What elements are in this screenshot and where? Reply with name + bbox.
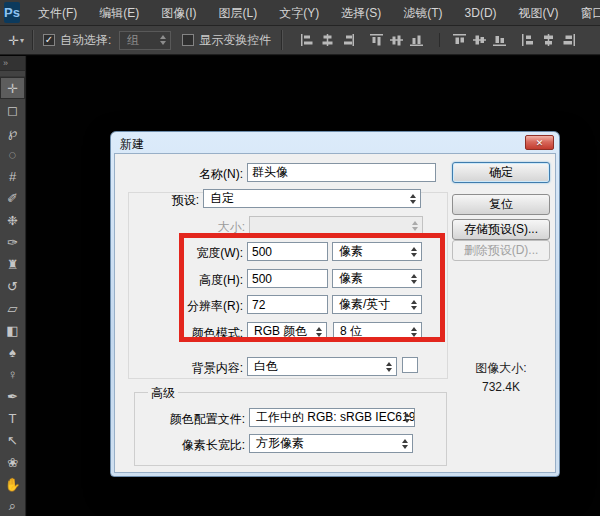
color-mode-dropdown[interactable]: RGB 颜色 bbox=[247, 322, 327, 341]
show-transform-checkbox[interactable] bbox=[182, 34, 194, 46]
gradient-tool[interactable]: ◧ bbox=[0, 319, 25, 341]
move-tool-icon[interactable]: ✛ bbox=[8, 33, 19, 48]
background-contents-dropdown[interactable]: 白色 bbox=[247, 357, 397, 376]
eraser-tool[interactable]: ▱ bbox=[0, 297, 25, 319]
distribute-left-edges-icon[interactable] bbox=[520, 33, 536, 47]
reset-button[interactable]: 复位 bbox=[452, 194, 550, 215]
pixel-aspect-ratio-dropdown[interactable]: 方形像素 bbox=[249, 434, 413, 453]
distribute-vertical-centers-icon[interactable] bbox=[471, 33, 487, 47]
history-brush-tool[interactable]: ↺ bbox=[0, 275, 25, 297]
menu-image[interactable]: 图像(I) bbox=[150, 0, 207, 26]
height-label: 高度(H): bbox=[163, 272, 243, 289]
dropdown-arrows-icon bbox=[411, 274, 417, 284]
tool-list: ✛◻℘◌#✐❉✑♜↺▱◧♠♀✒T↖❀✋⌕ bbox=[0, 77, 25, 516]
width-unit-dropdown[interactable]: 像素 bbox=[332, 242, 422, 261]
dropdown-arrows-icon bbox=[411, 300, 417, 310]
eyedropper-tool[interactable]: ✐ bbox=[0, 187, 25, 209]
background-color-swatch[interactable] bbox=[402, 357, 418, 373]
auto-select-target-dropdown[interactable]: 组 bbox=[119, 31, 171, 50]
distribute-horizontal-centers-icon[interactable] bbox=[540, 33, 556, 47]
background-contents-label: 背景内容: bbox=[153, 360, 243, 377]
zoom-tool[interactable]: ⌕ bbox=[0, 495, 25, 516]
lasso-tool[interactable]: ℘ bbox=[0, 121, 25, 143]
pen-tool[interactable]: ✒ bbox=[0, 385, 25, 407]
tool-options-bar: ✛ ▾ ✓ 自动选择: 组 显示变换控件 bbox=[0, 26, 600, 55]
menu-window[interactable]: 窗口(W) bbox=[570, 0, 600, 26]
menu-filter[interactable]: 滤镜(T) bbox=[392, 0, 453, 26]
dialog-title: 新建 bbox=[111, 132, 559, 153]
height-unit-dropdown[interactable]: 像素 bbox=[332, 269, 422, 288]
hand-tool[interactable]: ✋ bbox=[0, 473, 25, 495]
resolution-unit-dropdown[interactable]: 像素/英寸 bbox=[332, 295, 422, 314]
dropdown-arrows-icon bbox=[410, 194, 416, 204]
distribute-bottom-edges-icon[interactable] bbox=[491, 33, 507, 47]
type-tool[interactable]: T bbox=[0, 407, 25, 429]
ok-button[interactable]: 确定 bbox=[452, 162, 550, 183]
crop-tool[interactable]: # bbox=[0, 165, 25, 187]
tool-preset-caret-icon[interactable]: ▾ bbox=[20, 36, 24, 45]
delete-preset-button: 删除预设(D)... bbox=[452, 240, 550, 261]
advanced-label[interactable]: 高级 bbox=[148, 385, 178, 402]
distribute-right-edges-icon[interactable] bbox=[560, 33, 576, 47]
width-input[interactable] bbox=[247, 242, 328, 261]
auto-select-checkbox[interactable]: ✓ bbox=[43, 34, 55, 46]
close-icon[interactable]: ✕ bbox=[525, 135, 554, 150]
advanced-groupbox bbox=[134, 392, 447, 466]
menu-type[interactable]: 文字(Y) bbox=[268, 0, 330, 26]
custom-shape-tool[interactable]: ❀ bbox=[0, 451, 25, 473]
image-size-value: 732.4K bbox=[452, 380, 550, 394]
menu-file[interactable]: 文件(F) bbox=[27, 0, 88, 26]
pixel-aspect-ratio-label: 像素长宽比: bbox=[155, 437, 245, 454]
resolution-label: 分辨率(R): bbox=[153, 298, 243, 315]
path-selection-tool[interactable]: ↖ bbox=[0, 429, 25, 451]
align-right-edges-icon[interactable] bbox=[339, 33, 355, 47]
spot-healing-brush-tool[interactable]: ❉ bbox=[0, 209, 25, 231]
separator bbox=[32, 30, 34, 50]
dropdown-arrows-icon bbox=[404, 413, 410, 423]
color-mode-label: 颜色模式: bbox=[163, 325, 243, 342]
dropdown-arrows-icon bbox=[402, 439, 408, 449]
image-size-label: 图像大小: bbox=[452, 360, 550, 377]
blur-tool[interactable]: ♠ bbox=[0, 341, 25, 363]
size-label: 大小: bbox=[175, 219, 245, 236]
dropdown-arrows-icon bbox=[411, 247, 417, 257]
rectangular-marquee-tool[interactable]: ◻ bbox=[0, 99, 25, 121]
new-document-dialog: 新建 ✕ 名称(N): 确定 预设: 自定 复位 大小: 存储预设(S)... … bbox=[110, 131, 560, 477]
menu-select[interactable]: 选择(S) bbox=[330, 0, 392, 26]
align-left-edges-icon[interactable] bbox=[299, 33, 315, 47]
name-input[interactable] bbox=[247, 163, 436, 182]
dropdown-arrows-icon bbox=[386, 362, 392, 372]
distribute-top-edges-icon[interactable] bbox=[439, 33, 467, 47]
preset-dropdown[interactable]: 自定 bbox=[203, 189, 421, 208]
height-input[interactable] bbox=[247, 269, 328, 288]
move-tool[interactable]: ✛ bbox=[0, 77, 25, 99]
width-label: 宽度(W): bbox=[163, 245, 243, 262]
show-transform-label: 显示变换控件 bbox=[199, 32, 271, 49]
align-top-edges-icon[interactable] bbox=[368, 33, 384, 47]
menu-view[interactable]: 视图(V) bbox=[508, 0, 570, 26]
color-depth-dropdown[interactable]: 8 位 bbox=[333, 322, 422, 341]
brush-tool[interactable]: ✑ bbox=[0, 231, 25, 253]
align-bottom-edges-icon[interactable] bbox=[408, 33, 424, 47]
dropdown-arrows-icon bbox=[160, 35, 166, 45]
quick-selection-tool[interactable]: ◌ bbox=[0, 143, 25, 165]
align-vertical-centers-icon[interactable] bbox=[388, 33, 404, 47]
tools-panel: » ✛◻℘◌#✐❉✑♜↺▱◧♠♀✒T↖❀✋⌕ bbox=[0, 56, 26, 516]
menu-3d[interactable]: 3D(D) bbox=[454, 0, 508, 26]
save-preset-button[interactable]: 存储预设(S)... bbox=[452, 219, 550, 240]
size-dropdown bbox=[249, 216, 423, 235]
clone-stamp-tool[interactable]: ♜ bbox=[0, 253, 25, 275]
collapse-panel-icon[interactable]: » bbox=[0, 56, 25, 71]
preset-label: 预设: bbox=[129, 192, 199, 209]
menu-layer[interactable]: 图层(L) bbox=[208, 0, 269, 26]
align-icons-group bbox=[297, 33, 578, 47]
resolution-input[interactable] bbox=[247, 295, 328, 314]
dropdown-arrows-icon bbox=[412, 221, 418, 231]
dialog-body: 名称(N): 确定 预设: 自定 复位 大小: 存储预设(S)... 删除预设(… bbox=[114, 153, 556, 473]
align-horizontal-centers-icon[interactable] bbox=[319, 33, 335, 47]
menu-edit[interactable]: 编辑(E) bbox=[88, 0, 150, 26]
menu-items: 文件(F)编辑(E)图像(I)图层(L)文字(Y)选择(S)滤镜(T)3D(D)… bbox=[27, 0, 600, 26]
color-profile-dropdown[interactable]: 工作中的 RGB: sRGB IEC619... bbox=[249, 408, 415, 427]
dodge-tool[interactable]: ♀ bbox=[0, 363, 25, 385]
menu-bar: Ps 文件(F)编辑(E)图像(I)图层(L)文字(Y)选择(S)滤镜(T)3D… bbox=[0, 0, 600, 26]
